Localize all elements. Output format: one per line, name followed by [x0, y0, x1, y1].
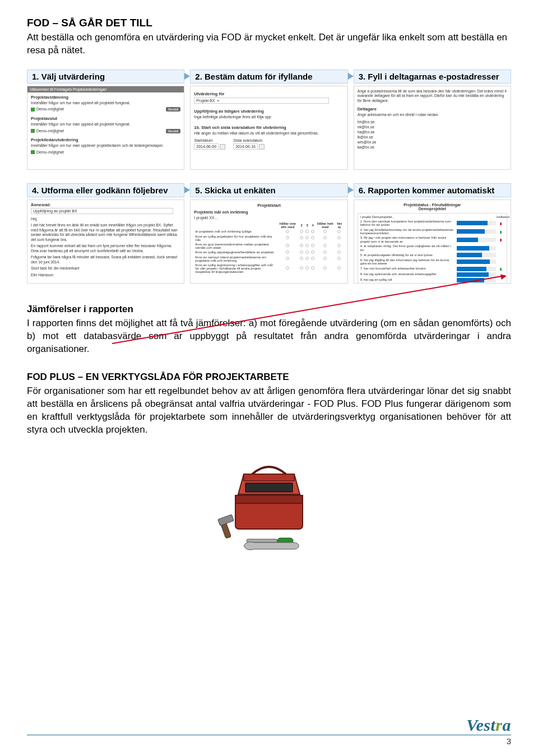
end-date-label: Sista svarsdatum — [233, 138, 265, 142]
email-item: wm@bx.se — [358, 140, 507, 145]
radio-input[interactable] — [311, 257, 314, 260]
calendar-icon[interactable] — [220, 144, 225, 150]
letter-body: Frågorna tar bara några få minuter att b… — [31, 255, 180, 265]
section-heading: FOD PLUS – EN VERKTYGSLÅDA FÖR PROJEKTAR… — [27, 372, 511, 383]
survey-table: Håller inte alls med 2 3 4 Håller helt m… — [194, 221, 344, 274]
checkbox-label: Demo-möjlighet — [36, 129, 64, 133]
bar-fill — [457, 259, 490, 264]
screenshot-step-3: Ange e-postadresserna till de som ska be… — [354, 86, 511, 170]
end-date-input[interactable]: 2014-06-16 — [233, 143, 258, 150]
radio-input[interactable] — [305, 266, 309, 270]
radio-input[interactable] — [286, 257, 289, 260]
radio-input[interactable] — [337, 251, 341, 254]
screenshots-row-1: Välkommen till Företagets Projektutvärde… — [27, 86, 511, 170]
section-paragraph: I rapporten finns det möjlighet att få t… — [27, 317, 511, 356]
checkbox-icon[interactable] — [31, 150, 35, 154]
panel-header: Välkommen till Företagets Projektutvärde… — [27, 86, 184, 92]
checkbox-label: Demo-möjlighet — [36, 150, 64, 154]
radio-input[interactable] — [311, 266, 314, 270]
step-label: 5. Skicka ut enkäten — [195, 185, 275, 195]
letter-body: I det här brevet finns en länk till en e… — [31, 223, 180, 242]
survey-title: Projektstart — [194, 203, 344, 208]
radio-input[interactable] — [323, 244, 327, 247]
radio-input[interactable] — [337, 230, 341, 233]
order-button[interactable]: Beställ — [166, 129, 180, 133]
bar-label: 9. har jag en tydlig roll — [360, 278, 457, 281]
radio-input[interactable] — [311, 251, 314, 254]
toolbox-illustration — [27, 456, 511, 554]
radio-input[interactable] — [305, 257, 309, 260]
radio-input[interactable] — [311, 236, 314, 239]
bar-fill — [457, 253, 483, 257]
card-desc: Innehåller frågor om hur man upplevt att… — [31, 101, 180, 105]
step-1: 1. Välj utvärdering — [27, 69, 184, 84]
radio-input[interactable] — [337, 257, 341, 260]
question-text: är projektets mål och inriktning tydliga — [194, 229, 276, 234]
radio-input[interactable] — [305, 236, 309, 239]
section-heading: Jämförelser i rapporten — [27, 304, 511, 315]
radio-input[interactable] — [323, 251, 327, 254]
chart-bar-row: 5. är projektbudgeten tillräcklig för at… — [360, 253, 504, 257]
col-header: Håller helt med — [316, 221, 335, 229]
arrow-icon — [348, 187, 354, 193]
email-item: ka@bx.se — [358, 145, 507, 150]
arrow-icon — [184, 187, 190, 193]
calendar-icon[interactable] — [259, 144, 265, 150]
radio-input[interactable] — [305, 230, 309, 233]
subject-input[interactable]: Uppföljning av projekt BX — [31, 208, 173, 214]
checkbox-icon[interactable] — [31, 129, 35, 133]
radio-input[interactable] — [300, 266, 303, 270]
radio-input[interactable] — [286, 266, 289, 270]
radio-input[interactable] — [323, 230, 327, 233]
radio-input[interactable] — [323, 257, 327, 260]
indicator-mark: ▮ — [498, 267, 504, 271]
email-list: hh@bx.se nk@bx.se ha@bx.se lk@bx.se wm@b… — [358, 119, 507, 150]
start-date-input[interactable]: 2014-06-09 — [194, 143, 219, 150]
indicator-mark: ▮ — [498, 238, 504, 242]
survey-lead: I projekt XX… — [194, 216, 344, 220]
checkbox-icon[interactable] — [31, 108, 35, 112]
radio-input[interactable] — [311, 230, 314, 233]
indicator-mark: ▮ — [498, 230, 504, 234]
bar-fill — [457, 272, 489, 277]
page-footer: Vestra 3 — [27, 716, 511, 746]
radio-input[interactable] — [286, 251, 289, 254]
col-header: Håller inte alls med — [276, 221, 299, 229]
project-input[interactable]: Projekt BX × — [194, 98, 329, 104]
radio-input[interactable] — [300, 251, 303, 254]
svg-rect-1 — [235, 495, 303, 503]
bar-label: 8. har jag spännande och utmanande arbet… — [360, 272, 457, 276]
radio-input[interactable] — [300, 236, 303, 239]
radio-input[interactable] — [300, 230, 303, 233]
radio-input[interactable] — [337, 236, 341, 239]
report-chart: I projekt Demoprojektet…Indikation 1. fi… — [358, 213, 507, 284]
bar-label: 3. får jag i mitt projekt den informatio… — [360, 236, 457, 243]
radio-input[interactable] — [323, 236, 327, 239]
dates-desc: Här anger du mellan vilka datum du vill … — [194, 131, 344, 136]
instructions-text: Ange e-postadresserna till de som ska be… — [358, 89, 507, 103]
svg-rect-2 — [244, 474, 294, 481]
radio-input[interactable] — [305, 251, 309, 254]
bar-fill — [457, 278, 484, 282]
radio-input[interactable] — [286, 236, 289, 239]
radio-input[interactable] — [323, 266, 327, 270]
radio-input[interactable] — [337, 266, 341, 270]
radio-input[interactable] — [337, 244, 341, 247]
field-label: Utvärdering för — [194, 91, 344, 96]
radio-input[interactable] — [300, 257, 303, 260]
question-text: finns en samsyn bland projektmedarbetarn… — [194, 255, 276, 263]
radio-input[interactable] — [305, 244, 309, 247]
screenshot-step-4: Ämnesrad: Uppföljning av projekt BX Hej,… — [27, 200, 184, 284]
radio-input[interactable] — [311, 244, 314, 247]
email-item: hh@bx.se — [358, 119, 507, 124]
chart-lead: I projekt Demoprojektet… — [360, 215, 463, 219]
bar-label: 2. har jag förståelse/kunskap om de andr… — [360, 228, 457, 235]
radio-input[interactable] — [300, 244, 303, 247]
report-title: Projektstatus - FörutsättningarDemoproje… — [358, 203, 507, 211]
radio-input[interactable] — [286, 244, 289, 247]
letter-body: En rapport kommer enbart att tas fram om… — [31, 244, 180, 253]
question-text: finns en tydlig avgränsning i arbetsuppg… — [194, 263, 276, 274]
order-button[interactable]: Beställ — [166, 107, 180, 112]
step-label: 6. Rapporten kommer automatiskt — [359, 185, 495, 195]
radio-input[interactable] — [286, 230, 289, 233]
